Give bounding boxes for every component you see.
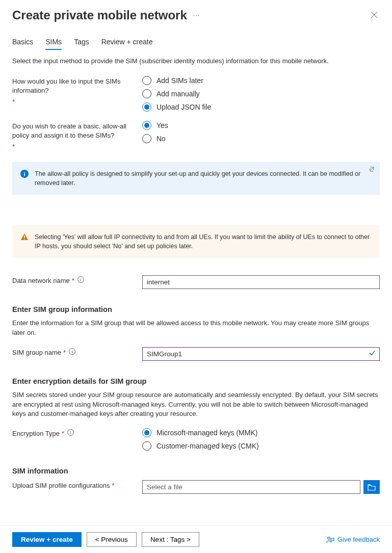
warning-box-ip-connectivity: Selecting 'Yes' will allow full IP conne…	[12, 225, 380, 258]
row-allow-all: Do you wish to create a basic, allow-all…	[12, 121, 380, 152]
row-sim-group-name: SIM group name * i	[12, 347, 380, 361]
required-asterisk: *	[63, 348, 66, 357]
label-allow-all: Do you wish to create a basic, allow-all…	[12, 121, 142, 152]
radio-upload-json[interactable]: Upload JSON file	[142, 102, 380, 112]
desc-sim-group-info: Enter the information for a SIM group th…	[12, 319, 380, 338]
svg-point-4	[328, 537, 330, 539]
required-asterisk: *	[62, 429, 64, 438]
heading-sim-information: SIM information	[12, 467, 380, 475]
heading-sim-group-info: Enter SIM group information	[12, 305, 380, 313]
panel-header: Create private mobile network ···	[12, 8, 380, 22]
radio-circle-icon	[142, 134, 151, 143]
tab-tags[interactable]: Tags	[74, 38, 89, 50]
sim-group-name-input[interactable]	[142, 347, 380, 361]
radio-label: Add manually	[156, 90, 200, 98]
radio-add-manually[interactable]: Add manually	[142, 89, 380, 98]
radio-allow-all-no[interactable]: No	[142, 134, 380, 143]
warning-icon	[20, 233, 29, 241]
label-sim-group-name: SIM group name * i	[12, 347, 142, 357]
browse-file-button[interactable]	[363, 480, 380, 494]
radio-group-input-method: Add SIMs later Add manually Upload JSON …	[142, 76, 380, 112]
file-select-input[interactable]: Select a file	[142, 480, 360, 494]
close-button[interactable]	[369, 9, 380, 22]
row-upload-sim-profile: Upload SIM profile configurations * Sele…	[12, 480, 380, 494]
radio-allow-all-yes[interactable]: Yes	[142, 121, 380, 130]
tooltip-icon[interactable]: i	[77, 276, 84, 283]
label-upload-sim-profile-text: Upload SIM profile configurations	[12, 481, 110, 490]
radio-add-sims-later[interactable]: Add SIMs later	[142, 76, 380, 85]
required-asterisk: *	[12, 97, 15, 107]
review-create-button[interactable]: Review + create	[12, 532, 82, 547]
label-input-method: How would you like to input the SIMs inf…	[12, 76, 142, 107]
row-input-method: How would you like to input the SIMs inf…	[12, 76, 380, 112]
radio-circle-icon	[142, 102, 151, 112]
tab-basics[interactable]: Basics	[12, 38, 33, 50]
tab-bar: Basics SIMs Tags Review + create	[12, 38, 380, 50]
folder-icon	[368, 484, 376, 491]
label-allow-all-text: Do you wish to create a basic, allow-all…	[12, 122, 142, 140]
control-file-upload: Select a file	[142, 480, 380, 494]
heading-encryption: Enter encryption details for SIM group	[12, 377, 380, 385]
radio-label: Customer-managed keys (CMK)	[156, 442, 259, 450]
radio-label: Upload JSON file	[156, 103, 211, 111]
radio-label: No	[156, 135, 166, 143]
header-left: Create private mobile network ···	[12, 8, 200, 22]
valid-check-icon	[369, 350, 376, 358]
tooltip-icon[interactable]: i	[67, 429, 74, 436]
radio-cmk[interactable]: Customer-managed keys (CMK)	[142, 441, 380, 451]
label-sim-group-name-text: SIM group name	[12, 348, 61, 357]
control-data-network-name	[142, 275, 380, 289]
svg-text:i: i	[23, 171, 25, 177]
radio-label: Add SIMs later	[156, 76, 203, 85]
info-icon: i	[20, 170, 29, 178]
tab-sims[interactable]: SIMs	[45, 38, 62, 50]
control-sim-group-name	[142, 347, 380, 361]
label-input-method-text: How would you like to input the SIMs inf…	[12, 77, 142, 95]
desc-encryption: SIM secrets stored under your SIM group …	[12, 390, 380, 419]
radio-circle-icon	[142, 121, 151, 130]
radio-label: Yes	[156, 121, 168, 129]
radio-circle-icon	[142, 76, 151, 85]
label-upload-sim-profile: Upload SIM profile configurations *	[12, 480, 142, 490]
intro-text: Select the input method to provide the S…	[12, 57, 380, 65]
required-asterisk: *	[12, 142, 15, 151]
radio-circle-icon	[142, 428, 151, 437]
label-data-network-name: Data network name * i	[12, 275, 142, 285]
tab-review-create[interactable]: Review + create	[101, 38, 153, 50]
previous-button[interactable]: < Previous	[87, 532, 137, 547]
info-box-allow-all: i The allow-all policy is designed to si…	[12, 162, 380, 195]
radio-group-allow-all: Yes No	[142, 121, 380, 143]
label-encryption-type: Encryption Type * i	[12, 428, 142, 438]
info-text: The allow-all policy is designed to simp…	[35, 169, 371, 188]
svg-rect-3	[24, 239, 25, 240]
row-encryption-type: Encryption Type * i Microsoft-managed ke…	[12, 428, 380, 451]
required-asterisk: *	[112, 481, 115, 490]
data-network-name-input[interactable]	[142, 275, 380, 289]
tooltip-icon[interactable]: i	[69, 348, 75, 355]
radio-circle-icon	[142, 89, 151, 98]
next-button[interactable]: Next : Tags >	[142, 532, 199, 547]
label-data-network-text: Data network name	[12, 276, 70, 285]
warning-text: Selecting 'Yes' will allow full IP conne…	[35, 232, 371, 251]
page-title: Create private mobile network	[12, 8, 187, 22]
close-icon	[371, 11, 378, 18]
radio-circle-icon	[142, 441, 151, 451]
required-asterisk: *	[72, 276, 74, 285]
give-feedback-link[interactable]: Give feedback	[326, 536, 380, 544]
popout-icon[interactable]	[370, 166, 375, 174]
more-icon[interactable]: ···	[193, 11, 200, 20]
row-data-network-name: Data network name * i	[12, 275, 380, 289]
footer-bar: Review + create < Previous Next : Tags >…	[0, 525, 392, 553]
create-network-panel: Create private mobile network ··· Basics…	[0, 0, 392, 553]
radio-mmk[interactable]: Microsoft-managed keys (MMK)	[142, 428, 380, 437]
radio-group-encryption: Microsoft-managed keys (MMK) Customer-ma…	[142, 428, 380, 451]
svg-rect-2	[24, 235, 25, 238]
label-encryption-type-text: Encryption Type	[12, 429, 60, 438]
feedback-icon	[326, 536, 334, 544]
feedback-label: Give feedback	[337, 536, 380, 543]
radio-label: Microsoft-managed keys (MMK)	[156, 429, 257, 437]
